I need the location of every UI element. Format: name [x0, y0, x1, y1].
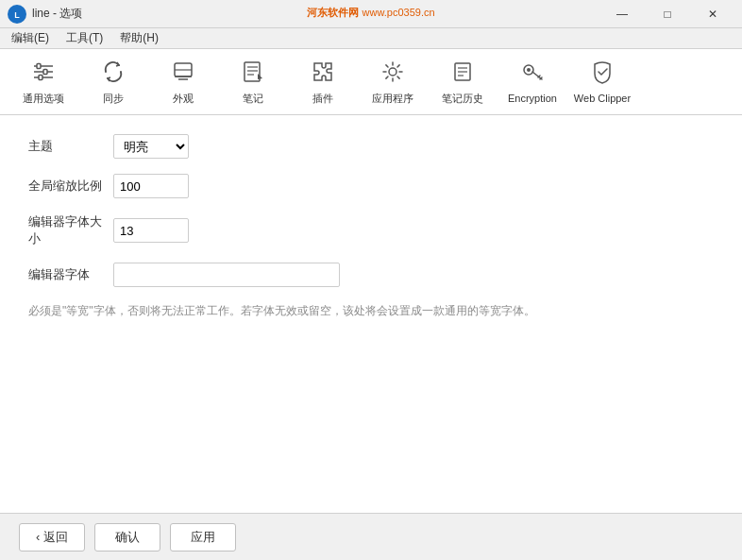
font-input[interactable]: [113, 263, 340, 287]
toolbar-apps-label: 应用程序: [372, 93, 413, 105]
key-icon: [519, 59, 546, 89]
window-title: line - 选项: [32, 6, 82, 22]
toolbar-webclipper[interactable]: Web Clipper: [568, 54, 636, 110]
menu-tools[interactable]: 工具(T): [59, 28, 110, 48]
menu-edit[interactable]: 编辑(E): [4, 28, 57, 48]
toolbar-apps[interactable]: 应用程序: [359, 54, 427, 110]
maximize-button[interactable]: □: [646, 0, 689, 28]
toolbar-plugins[interactable]: 插件: [289, 54, 357, 110]
close-button[interactable]: ✕: [691, 0, 734, 28]
svg-point-17: [389, 68, 396, 76]
svg-rect-5: [37, 63, 41, 68]
toolbar-general[interactable]: 通用选项: [9, 54, 77, 110]
toolbar-webclipper-label: Web Clipper: [574, 93, 631, 105]
palette-icon: [170, 59, 196, 89]
confirm-button[interactable]: 确认: [94, 523, 160, 552]
app-logo: L: [8, 5, 26, 24]
main-content: 主题 明亮 暗黑 全局缩放比例 编辑器字体大小 编辑器字体 必须是"等宽"字体，…: [0, 115, 742, 513]
font-hint: 必须是"等宽"字体，否则将无法正常工作。若字体无效或留空，该处将会设置成一款通用…: [28, 302, 714, 320]
toolbar: 通用选项 同步 外观: [0, 49, 742, 115]
toolbar-appearance[interactable]: 外观: [149, 54, 217, 110]
title-bar: L line - 选项 河东软件网 www.pc0359.cn — □ ✕: [0, 0, 742, 28]
window-controls: — □ ✕: [600, 0, 734, 28]
toolbar-notes[interactable]: 笔记: [219, 54, 287, 110]
svg-rect-7: [39, 75, 42, 79]
webclipper-icon: [589, 59, 616, 89]
font-row: 编辑器字体: [28, 263, 714, 287]
toolbar-plugins-label: 插件: [312, 93, 333, 105]
toolbar-history[interactable]: 笔记历史: [429, 54, 497, 110]
title-bar-left: L line - 选项: [8, 5, 82, 24]
history-icon: [449, 59, 476, 89]
watermark: 河东软件网 www.pc0359.cn: [307, 6, 434, 20]
sync-icon: [100, 59, 126, 89]
zoom-row: 全局缩放比例: [28, 174, 714, 198]
toolbar-notes-label: 笔记: [243, 93, 263, 105]
toolbar-encryption-label: Encryption: [508, 93, 557, 105]
toolbar-history-label: 笔记历史: [442, 93, 483, 105]
apply-button[interactable]: 应用: [170, 523, 236, 552]
theme-select[interactable]: 明亮 暗黑: [113, 134, 189, 159]
zoom-label: 全局缩放比例: [28, 178, 104, 195]
svg-text:L: L: [14, 10, 20, 20]
minimize-button[interactable]: —: [600, 0, 644, 28]
toolbar-general-label: 通用选项: [23, 93, 64, 105]
toolbar-encryption[interactable]: Encryption: [498, 54, 566, 110]
font-label: 编辑器字体: [28, 266, 104, 283]
sliders-icon: [30, 59, 57, 89]
back-button[interactable]: ‹ 返回: [19, 523, 85, 552]
bottom-bar: ‹ 返回 确认 应用: [0, 513, 742, 560]
toolbar-sync[interactable]: 同步: [79, 54, 147, 110]
svg-point-26: [527, 68, 531, 72]
theme-label: 主题: [28, 138, 104, 155]
fontsize-label: 编辑器字体大小: [28, 213, 104, 247]
toolbar-sync-label: 同步: [103, 93, 124, 105]
fontsize-input[interactable]: [113, 218, 189, 243]
svg-rect-12: [245, 62, 260, 81]
menu-bar: 编辑(E) 工具(T) 帮助(H): [0, 28, 742, 49]
puzzle-icon: [310, 59, 336, 89]
toolbar-appearance-label: 外观: [173, 93, 194, 105]
menu-help[interactable]: 帮助(H): [112, 28, 166, 48]
gear-icon: [379, 59, 406, 89]
theme-row: 主题 明亮 暗黑: [28, 134, 714, 159]
zoom-input[interactable]: [113, 174, 189, 198]
fontsize-row: 编辑器字体大小: [28, 213, 714, 247]
note-icon: [240, 59, 266, 89]
svg-rect-6: [43, 69, 47, 74]
